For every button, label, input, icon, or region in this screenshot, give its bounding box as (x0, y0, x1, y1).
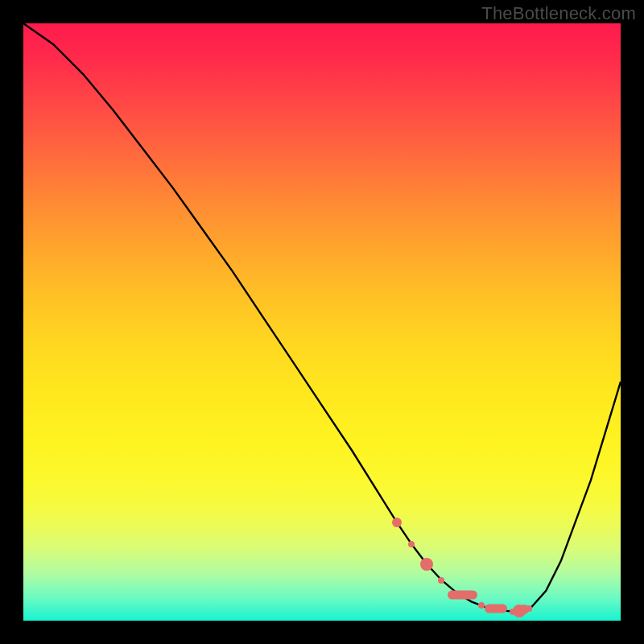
marker-dot (408, 541, 415, 547)
marker-dot (420, 558, 433, 571)
marker-dot (392, 518, 402, 527)
chart-frame: TheBottleneck.com (0, 0, 644, 644)
marker-pill (485, 605, 507, 613)
marker-dot (438, 577, 444, 584)
curve-line (23, 23, 621, 621)
marker-pill (448, 590, 477, 599)
marker-dot (526, 605, 532, 612)
watermark-text: TheBottleneck.com (481, 3, 636, 24)
plot-area (23, 23, 621, 621)
